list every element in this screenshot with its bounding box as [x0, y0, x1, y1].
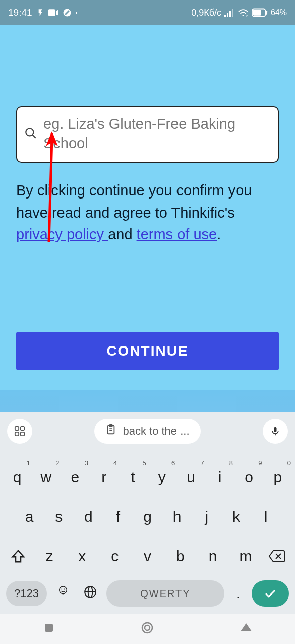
key-t[interactable]: t5: [120, 462, 146, 492]
svg-rect-10: [253, 10, 261, 15]
dot-icon: •: [76, 10, 78, 16]
shift-key[interactable]: [4, 541, 32, 571]
key-u[interactable]: u7: [178, 462, 204, 492]
svg-point-33: [142, 623, 152, 633]
period-key[interactable]: .: [229, 585, 247, 602]
key-p[interactable]: p0: [265, 462, 291, 492]
consent-middle: and: [108, 226, 136, 242]
key-g[interactable]: g: [135, 502, 161, 532]
key-d[interactable]: d: [75, 502, 101, 532]
keyboard-apps-button[interactable]: [7, 419, 32, 444]
key-w[interactable]: w2: [33, 462, 59, 492]
keyboard-mic-button[interactable]: [263, 419, 288, 444]
key-k[interactable]: k: [223, 502, 249, 532]
site-name-input[interactable]: [43, 114, 271, 155]
soft-keyboard: back to the ... q1w2e3r4t5y6u7i8o9p0 asd…: [0, 412, 295, 644]
svg-rect-15: [21, 427, 24, 430]
svg-point-34: [145, 625, 150, 630]
search-icon: [24, 127, 37, 142]
key-y[interactable]: y6: [149, 462, 175, 492]
keyboard-row-4: ?123 , QWERTY .: [3, 580, 292, 607]
key-n[interactable]: n: [200, 541, 226, 571]
svg-rect-4: [227, 13, 228, 17]
svg-rect-6: [232, 9, 233, 17]
key-f[interactable]: f: [105, 502, 131, 532]
svg-rect-5: [229, 11, 231, 17]
key-i[interactable]: i8: [207, 462, 233, 492]
symbols-key[interactable]: ?123: [6, 581, 47, 606]
site-name-field-wrapper[interactable]: [16, 106, 279, 163]
svg-point-7: [243, 15, 244, 16]
keyboard-row-2: asdfghjkl: [3, 502, 292, 532]
key-m[interactable]: m: [232, 541, 259, 571]
key-h[interactable]: h: [164, 502, 190, 532]
privacy-policy-link[interactable]: privacy policy: [16, 226, 108, 242]
key-o[interactable]: o9: [236, 462, 262, 492]
keyboard-suggestion-text: back to the ...: [123, 425, 189, 438]
key-c[interactable]: c: [102, 541, 128, 571]
svg-line-13: [32, 135, 36, 138]
clipboard-icon: [105, 424, 116, 439]
key-x[interactable]: x: [69, 541, 95, 571]
svg-text:,: ,: [62, 593, 64, 598]
keyboard-row-1: q1w2e3r4t5y6u7i8o9p0: [3, 462, 292, 492]
consent-suffix: .: [217, 226, 221, 242]
key-q[interactable]: q1: [4, 462, 30, 492]
keyboard-suggestion[interactable]: back to the ...: [94, 419, 200, 444]
key-a[interactable]: a: [16, 502, 42, 532]
nav-recent-button[interactable]: [43, 622, 55, 636]
android-nav-bar: [0, 614, 295, 644]
svg-point-27: [64, 588, 65, 589]
svg-rect-16: [15, 432, 19, 436]
svg-point-12: [26, 128, 33, 136]
svg-rect-32: [45, 624, 53, 632]
key-b[interactable]: b: [167, 541, 193, 571]
consent-prefix: By clicking continue you confirm you hav…: [16, 182, 252, 221]
space-key[interactable]: QWERTY: [106, 580, 224, 607]
svg-text:6: 6: [246, 14, 248, 17]
signal-icon: [224, 9, 234, 17]
emoji-key[interactable]: ,: [52, 585, 74, 602]
keyboard-row-3: zxcvbnm: [3, 541, 292, 571]
svg-rect-14: [15, 427, 19, 430]
key-r[interactable]: r4: [91, 462, 117, 492]
status-bar: 19:41 • 0,9Кб/с 6 64%: [0, 0, 295, 25]
battery-icon: [252, 8, 268, 17]
nav-back-button[interactable]: [240, 622, 253, 635]
globe-key[interactable]: [79, 585, 101, 602]
key-l[interactable]: l: [253, 502, 279, 532]
status-network-speed: 0,9Кб/с: [191, 8, 221, 18]
key-v[interactable]: v: [134, 541, 160, 571]
do-not-disturb-icon: [63, 8, 72, 17]
svg-rect-17: [21, 432, 24, 436]
svg-point-25: [60, 586, 67, 594]
enter-key[interactable]: [252, 580, 289, 607]
nav-home-button[interactable]: [140, 621, 154, 637]
svg-point-26: [61, 588, 62, 589]
status-battery-pct: 64%: [271, 8, 287, 17]
backspace-key[interactable]: [263, 541, 291, 571]
key-j[interactable]: j: [194, 502, 220, 532]
key-e[interactable]: e3: [62, 462, 88, 492]
key-z[interactable]: z: [36, 541, 63, 571]
svg-rect-3: [224, 15, 226, 17]
terms-of-use-link[interactable]: terms of use: [137, 226, 217, 242]
svg-rect-11: [266, 11, 267, 15]
consent-text: By clicking continue you confirm you hav…: [16, 180, 279, 246]
wifi-icon: 6: [238, 8, 249, 17]
status-time: 19:41: [8, 7, 32, 18]
continue-button[interactable]: CONTINUE: [16, 332, 279, 370]
key-s[interactable]: s: [46, 502, 72, 532]
bolt-icon: [36, 9, 44, 17]
svg-rect-0: [48, 9, 55, 16]
video-icon: [48, 9, 58, 16]
